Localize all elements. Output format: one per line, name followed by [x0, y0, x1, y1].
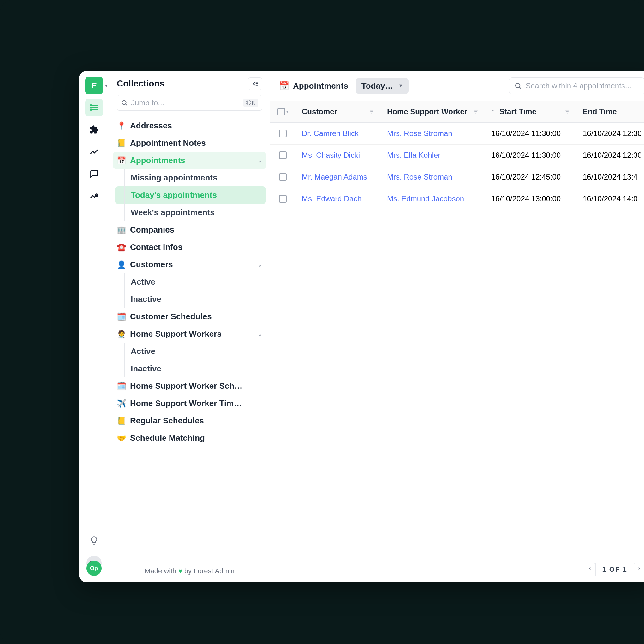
column-header-customer[interactable]: Customer [295, 101, 381, 122]
sidebar-child-item[interactable]: Today's appointments [115, 186, 266, 204]
filter-icon[interactable] [369, 109, 375, 115]
table-row[interactable]: Ms. Chasity DickiMrs. Ella Kohler16/10/2… [270, 145, 644, 166]
sidebar-footer: Made with ♥ by Forest Admin [109, 560, 270, 582]
sidebar-child-item[interactable]: Inactive [115, 360, 266, 377]
jump-to-input[interactable]: Jump to... ⌘K [117, 95, 262, 111]
search-placeholder: Search within 4 appointments... [526, 81, 631, 90]
cell-worker[interactable]: Mrs. Rose Stroman [381, 166, 485, 188]
svg-line-7 [97, 196, 98, 197]
sidebar-child-item[interactable]: Active [115, 273, 266, 291]
svg-point-3 [90, 105, 91, 106]
segment-dropdown[interactable]: Today… ▼ [356, 78, 409, 94]
table-row[interactable]: Mr. Maegan AdamsMrs. Rose Stroman16/10/2… [270, 166, 644, 188]
collection-icon: 📍 [117, 121, 126, 130]
cell-end: 16/10/2024 12:30 [576, 123, 644, 144]
chevron-down-icon: ⌄ [257, 331, 262, 338]
chevron-down-icon[interactable]: ▾ [286, 109, 288, 114]
svg-point-13 [516, 83, 520, 88]
sidebar-child-item[interactable]: Missing appointments [115, 169, 266, 186]
sidebar-item[interactable]: 📒Regular Schedules [113, 412, 266, 429]
filter-icon[interactable] [564, 109, 570, 115]
column-header-start[interactable]: ↑ Start Time [485, 101, 576, 122]
breadcrumb-label: Appointments [293, 81, 348, 91]
rail-help-icon[interactable] [85, 532, 103, 549]
svg-line-14 [520, 87, 521, 89]
search-icon [121, 99, 128, 106]
app-logo[interactable]: F [85, 77, 103, 94]
search-icon [514, 82, 522, 90]
svg-line-12 [126, 104, 127, 105]
app-window: F ▾ EK Op [79, 71, 644, 582]
sidebar-item-label: Regular Schedules [130, 416, 204, 426]
table-row[interactable]: Ms. Edward DachMs. Edmund Jacobson16/10/… [270, 188, 644, 210]
sidebar-item[interactable]: 📅Appointments⌄ [113, 152, 266, 169]
search-input[interactable]: Search within 4 appointments... [509, 77, 644, 94]
cell-customer[interactable]: Ms. Chasity Dicki [295, 145, 381, 166]
cell-end: 16/10/2024 12:30 [576, 145, 644, 166]
toolbar: 📅 Appointments Today… ▼ Search within 4 … [270, 71, 644, 101]
sidebar-item-label: Customer Schedules [130, 312, 212, 322]
cell-start: 16/10/2024 13:00:00 [485, 188, 576, 210]
sidebar-item-label: Contact Infos [130, 242, 182, 252]
sidebar-collapse-button[interactable] [248, 77, 262, 90]
sidebar-child-item[interactable]: Week's appointments [115, 204, 266, 221]
cell-worker[interactable]: Mrs. Rose Stroman [381, 123, 485, 144]
sidebar-item[interactable]: ☎️Contact Infos [113, 239, 266, 256]
collection-icon: 🏢 [117, 226, 126, 234]
sidebar-item[interactable]: 👤Customers⌄ [113, 256, 266, 273]
jump-to-placeholder: Jump to... [131, 98, 240, 107]
select-all-checkbox[interactable]: ▾ [270, 102, 295, 122]
column-header-end[interactable]: End Time [576, 101, 644, 122]
sidebar-item[interactable]: 🧑‍⚕️Home Support Workers⌄ [113, 325, 266, 343]
row-checkbox[interactable] [270, 123, 295, 144]
sidebar-child-item[interactable]: Inactive [115, 291, 266, 308]
cell-worker[interactable]: Ms. Edmund Jacobson [381, 188, 485, 210]
table-row[interactable]: Dr. Camren BlickMrs. Rose Stroman16/10/2… [270, 123, 644, 145]
breadcrumb[interactable]: 📅 Appointments [279, 81, 348, 91]
chevron-down-icon: ▼ [398, 83, 403, 89]
cell-customer[interactable]: Ms. Edward Dach [295, 188, 381, 210]
segment-label: Today… [362, 81, 393, 91]
sidebar-item-label: Home Support Worker Tim… [130, 399, 242, 408]
pagination: ‹ 1 OF 1 › [270, 557, 644, 582]
cell-customer[interactable]: Mr. Maegan Adams [295, 166, 381, 188]
chevron-down-icon: ⌄ [257, 157, 262, 164]
filter-icon[interactable] [473, 109, 479, 115]
rail-analytics-icon[interactable] [85, 187, 103, 205]
cell-worker[interactable]: Mrs. Ella Kohler [381, 145, 485, 166]
pager-next-button[interactable]: › [634, 563, 644, 576]
sidebar-item[interactable]: 🗓️Customer Schedules [113, 308, 266, 325]
sidebar-item-label: Home Support Workers [130, 329, 221, 339]
rail-plugins-icon[interactable] [85, 121, 103, 139]
row-checkbox[interactable] [270, 167, 295, 187]
collection-icon: 🗓️ [117, 382, 126, 391]
row-checkbox[interactable] [270, 189, 295, 209]
sidebar-item[interactable]: 🏢Companies [113, 221, 266, 239]
sidebar-child-item[interactable]: Active [115, 343, 266, 360]
user-avatar-stack[interactable]: EK Op [85, 556, 103, 576]
pager-info: 1 OF 1 [595, 563, 634, 576]
logo-dropdown-caret[interactable]: ▾ [105, 84, 107, 88]
sort-asc-icon: ↑ [491, 107, 495, 116]
svg-point-4 [90, 107, 91, 108]
sidebar-item[interactable]: 🤝Schedule Matching [113, 429, 266, 447]
row-checkbox[interactable] [270, 145, 295, 165]
sidebar-item[interactable]: ✈️Home Support Worker Tim… [113, 395, 266, 412]
rail-collections-icon[interactable] [85, 99, 103, 116]
collection-tree: 📍Addresses📒Appointment Notes📅Appointment… [109, 115, 270, 560]
sidebar-item[interactable]: 📍Addresses [113, 117, 266, 134]
column-header-worker[interactable]: Home Support Worker [381, 101, 485, 122]
main-panel: 📅 Appointments Today… ▼ Search within 4 … [270, 71, 644, 582]
table-header: ▾ Customer Home Support Worker ↑ Start T… [270, 101, 644, 123]
sidebar-item[interactable]: 🗓️Home Support Worker Sch… [113, 377, 266, 395]
collection-icon: 🧑‍⚕️ [117, 330, 126, 339]
collection-icon: 👤 [117, 260, 126, 269]
cell-customer[interactable]: Dr. Camren Blick [295, 123, 381, 144]
collection-icon: 📅 [117, 156, 126, 165]
rail-activity-icon[interactable] [85, 143, 103, 161]
collection-icon: ✈️ [117, 399, 126, 408]
rail-chat-icon[interactable] [85, 165, 103, 183]
sidebar-item[interactable]: 📒Appointment Notes [113, 134, 266, 152]
table-body: Dr. Camren BlickMrs. Rose Stroman16/10/2… [270, 123, 644, 210]
pager-prev-button[interactable]: ‹ [585, 563, 595, 576]
